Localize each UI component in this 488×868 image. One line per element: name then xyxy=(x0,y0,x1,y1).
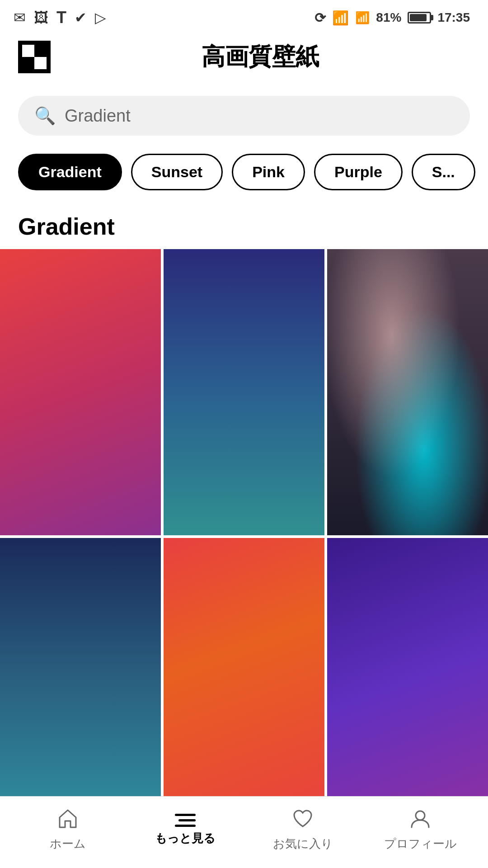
status-info: ⟳ 📶 📶 81% 17:35 xyxy=(314,10,470,26)
play-icon: ▷ xyxy=(95,9,106,26)
wallpaper-grid xyxy=(0,249,488,827)
search-input[interactable] xyxy=(65,106,454,126)
wifi-icon: 📶 xyxy=(332,10,349,26)
search-bar[interactable]: 🔍 xyxy=(18,96,470,136)
profile-icon xyxy=(410,808,431,832)
status-bar: ✉ 🖼 T ✔ ▷ ⟳ 📶 📶 81% 17:35 xyxy=(0,0,488,32)
nav-browse[interactable]: もっと見る xyxy=(140,814,230,846)
header: 高画質壁紙 xyxy=(0,32,488,82)
clock: 17:35 xyxy=(437,10,470,25)
nav-browse-label: もっと見る xyxy=(155,830,216,846)
nav-favorites[interactable]: お気に入り xyxy=(258,808,348,852)
section-title: Gradient xyxy=(0,199,488,249)
search-icon: 🔍 xyxy=(34,106,56,126)
battery-percent: 81% xyxy=(376,10,401,25)
chip-purple[interactable]: Purple xyxy=(314,154,403,190)
bottom-nav: ホーム もっと見る お気に入り プロフィール xyxy=(0,796,488,868)
wallpaper-item[interactable] xyxy=(164,249,324,535)
app-logo xyxy=(18,41,51,73)
signal-icon: 📶 xyxy=(355,11,370,25)
browse-icon xyxy=(175,814,196,827)
wallpaper-item[interactable] xyxy=(327,249,488,535)
nav-home-label: ホーム xyxy=(50,836,86,852)
text-icon: T xyxy=(56,8,66,27)
home-icon xyxy=(57,808,78,832)
gmail-icon: ✉ xyxy=(14,9,26,26)
wallpaper-item[interactable] xyxy=(0,249,161,535)
photo-icon: 🖼 xyxy=(34,9,48,26)
wallpaper-item[interactable] xyxy=(164,538,324,824)
rotation-icon: ⟳ xyxy=(314,10,326,26)
chip-sunset[interactable]: Sunset xyxy=(131,154,223,190)
category-chips: Gradient Sunset Pink Purple S... xyxy=(0,145,488,199)
nav-home[interactable]: ホーム xyxy=(23,808,113,852)
status-icons: ✉ 🖼 T ✔ ▷ xyxy=(14,8,106,27)
nav-favorites-label: お気に入り xyxy=(273,836,333,852)
tasks-icon: ✔ xyxy=(75,9,87,26)
search-section: 🔍 xyxy=(0,82,488,145)
chip-gradient[interactable]: Gradient xyxy=(18,154,122,190)
nav-profile-label: プロフィール xyxy=(384,836,457,852)
battery-icon xyxy=(408,12,431,24)
chip-pink[interactable]: Pink xyxy=(232,154,305,190)
chip-space[interactable]: S... xyxy=(412,154,475,190)
wallpaper-item[interactable] xyxy=(327,538,488,824)
heart-icon xyxy=(292,808,313,832)
wallpaper-item[interactable] xyxy=(0,538,161,824)
nav-profile[interactable]: プロフィール xyxy=(375,808,465,852)
page-title: 高画質壁紙 xyxy=(51,41,470,73)
svg-point-0 xyxy=(416,811,425,820)
